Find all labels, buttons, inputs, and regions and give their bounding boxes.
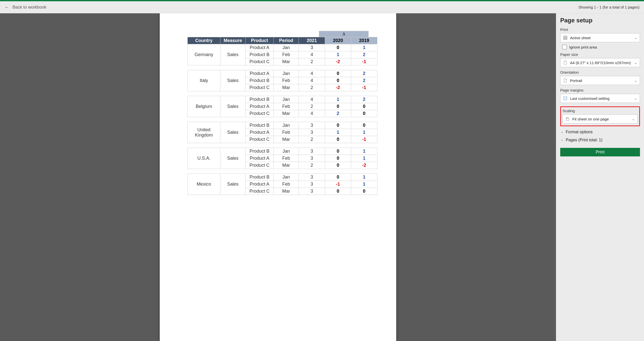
checkbox-icon bbox=[562, 45, 567, 49]
value-2019: 1 bbox=[351, 129, 377, 136]
period-cell: Jan bbox=[274, 96, 299, 103]
back-label: Back to workbook bbox=[13, 5, 46, 10]
period-cell: Mar bbox=[274, 188, 299, 195]
col-2021: 2021 bbox=[299, 37, 325, 44]
col-measure: Measure bbox=[220, 37, 246, 44]
format-options-label: Format options bbox=[566, 130, 593, 134]
margins-label: Page margins bbox=[560, 88, 640, 92]
product-cell: Product B bbox=[246, 96, 274, 103]
value-2021: 3 bbox=[299, 122, 325, 129]
margins-value: Last customised setting bbox=[570, 96, 632, 101]
col-2019: 2019 bbox=[351, 37, 377, 44]
panel-title: Page setup bbox=[560, 17, 640, 24]
value-2020: 0 bbox=[325, 155, 351, 162]
value-2020: -1 bbox=[325, 181, 351, 188]
country-cell: Belgium bbox=[188, 96, 220, 117]
value-2020: 0 bbox=[325, 103, 351, 110]
format-options-toggle[interactable]: › Format options bbox=[560, 130, 640, 134]
fit-page-icon bbox=[565, 117, 570, 121]
data-table: ItalySalesProduct AJan402Product BFeb402… bbox=[187, 70, 377, 91]
col-2020: 2020 bbox=[325, 37, 351, 44]
print-what-value: Active sheet bbox=[570, 36, 632, 40]
margins-select[interactable]: Last customised setting ⌄ bbox=[560, 94, 640, 103]
pages-toggle[interactable]: › Pages (Print total: 1) bbox=[560, 138, 640, 142]
value-2021: 2 bbox=[299, 58, 325, 65]
value-2019: 2 bbox=[351, 96, 377, 103]
measure-cell: Sales bbox=[220, 122, 246, 143]
period-cell: Feb bbox=[274, 129, 299, 136]
value-2020: 0 bbox=[325, 174, 351, 181]
data-table: BelgiumSalesProduct BJan412Product AFeb2… bbox=[187, 96, 377, 117]
orientation-value: Portrait bbox=[570, 78, 632, 83]
chevron-down-icon: ⌄ bbox=[634, 96, 637, 100]
value-2019: 1 bbox=[351, 174, 377, 181]
pages-label: Pages (Print total: 1) bbox=[566, 138, 602, 142]
measure-cell: Sales bbox=[220, 174, 246, 195]
print-what-select[interactable]: Active sheet ⌄ bbox=[560, 33, 640, 42]
period-cell: Feb bbox=[274, 77, 299, 84]
value-2019: 0 bbox=[351, 122, 377, 129]
product-cell: Product B bbox=[246, 122, 274, 129]
print-preview-area[interactable]: ΔCountryMeasureProductPeriod202120202019… bbox=[0, 13, 556, 341]
value-2020: 0 bbox=[325, 77, 351, 84]
page-icon bbox=[563, 60, 568, 65]
country-cell: U.S.A. bbox=[188, 148, 220, 169]
value-2019: 1 bbox=[351, 148, 377, 155]
print-button[interactable]: Print bbox=[560, 148, 640, 156]
period-cell: Mar bbox=[274, 84, 299, 91]
data-block: United KingdomSalesProduct BJan300Produc… bbox=[187, 122, 369, 143]
data-table: United KingdomSalesProduct BJan300Produc… bbox=[187, 122, 377, 143]
value-2021: 3 bbox=[299, 148, 325, 155]
period-cell: Feb bbox=[274, 155, 299, 162]
product-cell: Product C bbox=[246, 84, 274, 91]
period-cell: Jan bbox=[274, 174, 299, 181]
table-header-row: CountryMeasureProductPeriod202120202019 bbox=[188, 37, 377, 44]
value-2019: 2 bbox=[351, 51, 377, 58]
value-2021: 2 bbox=[299, 136, 325, 143]
ignore-print-area-label: Ignore print area bbox=[569, 45, 597, 49]
orientation-select[interactable]: Portrait ⌄ bbox=[560, 76, 640, 85]
value-2021: 2 bbox=[299, 103, 325, 110]
value-2021: 2 bbox=[299, 162, 325, 169]
data-block: U.S.A.SalesProduct BJan301Product AFeb30… bbox=[187, 148, 369, 169]
period-cell: Feb bbox=[274, 51, 299, 58]
data-block: BelgiumSalesProduct BJan412Product AFeb2… bbox=[187, 96, 369, 117]
paper-size-select[interactable]: A4 (8.27" x 11.69"/210mm x297mm) ⌄ bbox=[560, 58, 640, 67]
product-cell: Product C bbox=[246, 136, 274, 143]
col-period: Period bbox=[274, 37, 299, 44]
product-cell: Product A bbox=[246, 70, 274, 77]
value-2020: 1 bbox=[325, 51, 351, 58]
product-cell: Product B bbox=[246, 174, 274, 181]
arrow-left-icon: ← bbox=[5, 5, 9, 10]
value-2021: 4 bbox=[299, 77, 325, 84]
value-2021: 3 bbox=[299, 174, 325, 181]
period-cell: Mar bbox=[274, 136, 299, 143]
chevron-down-icon: ⌄ bbox=[634, 61, 637, 65]
measure-cell: Sales bbox=[220, 96, 246, 117]
period-cell: Mar bbox=[274, 58, 299, 65]
portrait-icon bbox=[563, 78, 568, 83]
product-cell: Product B bbox=[246, 51, 274, 58]
scaling-label: Scaling bbox=[562, 109, 638, 113]
scaling-select[interactable]: Fit sheet on one page ⌄ bbox=[562, 114, 638, 123]
value-2019: 2 bbox=[351, 77, 377, 84]
product-cell: Product C bbox=[246, 162, 274, 169]
ignore-print-area-checkbox[interactable]: Ignore print area bbox=[560, 45, 640, 49]
value-2020: 2 bbox=[325, 110, 351, 117]
value-2019: -2 bbox=[351, 162, 377, 169]
data-table: U.S.A.SalesProduct BJan301Product AFeb30… bbox=[187, 148, 377, 169]
orientation-label: Orientation bbox=[560, 70, 640, 74]
value-2021: 3 bbox=[299, 155, 325, 162]
period-cell: Feb bbox=[274, 181, 299, 188]
value-2021: 4 bbox=[299, 51, 325, 58]
table-row: U.S.A.SalesProduct BJan301 bbox=[188, 148, 377, 155]
svg-rect-6 bbox=[564, 97, 566, 99]
table-row: ItalySalesProduct AJan402 bbox=[188, 70, 377, 77]
period-cell: Mar bbox=[274, 110, 299, 117]
value-2021: 2 bbox=[299, 84, 325, 91]
data-block: ItalySalesProduct AJan402Product BFeb402… bbox=[187, 70, 369, 91]
country-cell: Mexico bbox=[188, 174, 220, 195]
period-cell: Jan bbox=[274, 70, 299, 77]
chevron-down-icon: ⌄ bbox=[632, 117, 635, 121]
back-to-workbook-button[interactable]: ← Back to workbook bbox=[5, 5, 46, 10]
